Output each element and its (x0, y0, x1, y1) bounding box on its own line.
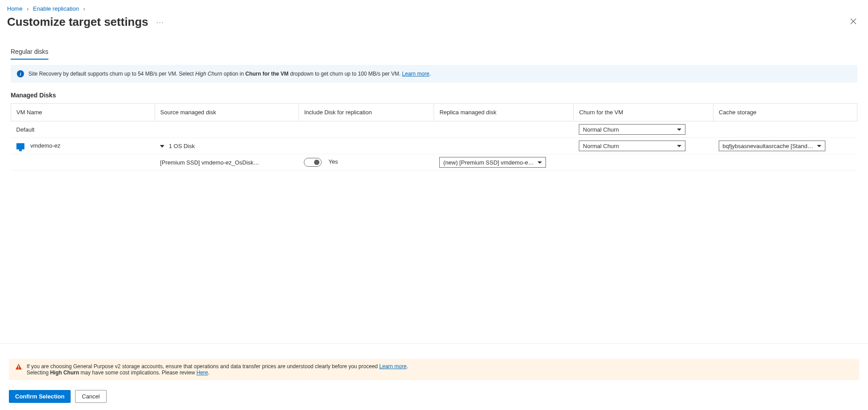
chevron-right-icon: › (83, 5, 85, 12)
here-link[interactable]: Here (196, 370, 208, 376)
breadcrumb: Home › Enable replication › (0, 0, 868, 15)
col-replica-disk: Replica managed disk (434, 104, 573, 121)
banner-text: Site Recovery by default supports churn … (28, 71, 195, 77)
col-vm-name: VM Name (11, 104, 155, 121)
expand-caret-icon[interactable] (160, 145, 164, 148)
warn-text: may have some cost implications. Please … (79, 370, 196, 376)
col-churn: Churn for the VM (573, 104, 713, 121)
section-managed-disks: Managed Disks (0, 83, 868, 103)
managed-disks-table: VM Name Source managed disk Include Disk… (11, 103, 857, 171)
learn-more-link[interactable]: Learn more (402, 71, 429, 77)
default-label: Default (11, 121, 155, 138)
cancel-button[interactable]: Cancel (75, 390, 106, 403)
chevron-down-icon (538, 161, 542, 164)
warn-text: If you are choosing General Purpose v2 s… (27, 363, 379, 370)
tab-regular-disks[interactable]: Regular disks (11, 45, 48, 60)
churn-select-default[interactable]: Normal Churn (579, 124, 685, 135)
churn-select-vm[interactable]: Normal Churn (579, 141, 685, 151)
source-disk-name: [Premium SSD] vmdemo-ez_OsDisk_1_… (160, 159, 262, 166)
vm-name: vmdemo-ez (30, 142, 60, 149)
include-disk-toggle[interactable] (304, 158, 322, 167)
chevron-down-icon (677, 145, 681, 147)
close-icon[interactable] (848, 15, 859, 29)
col-include-disk: Include Disk for replication (299, 104, 434, 121)
page-title: Customize target settings (7, 15, 148, 29)
banner-text: option in (222, 71, 245, 77)
more-icon[interactable]: ··· (156, 19, 164, 26)
breadcrumb-enable-replication[interactable]: Enable replication (33, 5, 79, 12)
table-row-vm: vmdemo-ez 1 OS Disk Normal Churn bqfjybs… (11, 138, 857, 154)
vm-icon (16, 143, 24, 149)
disk-summary: 1 OS Disk (169, 143, 195, 149)
warn-text: Selecting (27, 370, 50, 376)
banner-italic: High Churn (195, 71, 223, 77)
svg-rect-0 (18, 366, 19, 368)
learn-more-link[interactable]: Learn more (379, 363, 406, 370)
col-source-disk: Source managed disk (155, 104, 299, 121)
chevron-right-icon: › (27, 5, 28, 12)
cache-storage-select[interactable]: bqfjybsasnevaultasrcache [Standar… (719, 141, 825, 151)
warning-icon (15, 363, 22, 376)
svg-rect-1 (18, 368, 19, 369)
info-icon: i (17, 70, 24, 77)
confirm-selection-button[interactable]: Confirm Selection (9, 390, 71, 403)
table-row-default: Default Normal Churn (11, 121, 857, 138)
col-cache: Cache storage (713, 104, 857, 121)
table-row-disk: [Premium SSD] vmdemo-ez_OsDisk_1_… Yes (… (11, 154, 857, 171)
info-banner: i Site Recovery by default supports chur… (11, 65, 857, 83)
chevron-down-icon (677, 129, 681, 131)
include-disk-label: Yes (329, 158, 338, 165)
breadcrumb-home[interactable]: Home (7, 5, 23, 12)
replica-disk-select[interactable]: (new) [Premium SSD] vmdemo-ez_… (439, 157, 546, 168)
banner-bold: Churn for the VM (245, 71, 288, 77)
warn-bold: High Churn (50, 370, 79, 376)
warning-banner: If you are choosing General Purpose v2 s… (9, 359, 859, 380)
banner-text: dropdown to get churn up to 100 MB/s per… (289, 71, 402, 77)
chevron-down-icon (817, 145, 821, 147)
